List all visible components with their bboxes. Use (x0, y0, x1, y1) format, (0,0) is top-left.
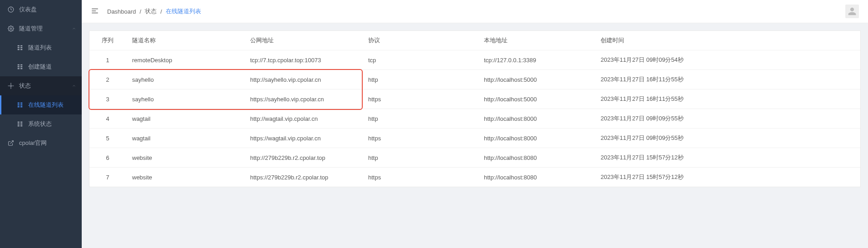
topbar: Dashboard / 状态 / 在线隧道列表 (82, 0, 868, 23)
td-time: 2023年11月27日 15时57分12秒 (594, 168, 860, 187)
svg-rect-20 (20, 106, 22, 107)
sidebar-item-label: cpolar官网 (19, 139, 74, 147)
grid-icon (16, 63, 24, 70)
svg-rect-22 (20, 122, 22, 123)
sidebar-item-online-tunnel-list[interactable]: 在线隧道列表 (0, 95, 82, 114)
breadcrumb: Dashboard / 状态 / 在线隧道列表 (107, 7, 201, 15)
td-proto: http (362, 109, 478, 129)
svg-rect-19 (18, 106, 20, 107)
td-proto: https (362, 89, 478, 109)
sidebar-item-cpolar-site[interactable]: cpolar官网 (0, 134, 82, 153)
svg-point-1 (10, 28, 12, 30)
td-url: http://sayhello.vip.cpolar.cn (244, 70, 362, 89)
td-time: 2023年11月27日 09时09分54秒 (594, 50, 860, 70)
sidebar-item-label: 状态 (19, 82, 74, 90)
td-local: http://localhost:8080 (478, 148, 594, 168)
td-time: 2023年11月27日 16时11分55秒 (594, 70, 860, 89)
td-name: sayhello (126, 89, 244, 109)
sidebar-item-tunnel-manage[interactable]: 隧道管理 (0, 19, 82, 38)
svg-rect-18 (20, 104, 22, 105)
td-url: http://wagtail.vip.cpolar.cn (244, 109, 362, 129)
td-url: https://279b229b.r2.cpolar.top (244, 168, 362, 187)
svg-rect-12 (18, 68, 20, 69)
svg-rect-5 (20, 47, 22, 48)
gear-icon (7, 25, 15, 32)
grid-icon (16, 120, 24, 128)
avatar[interactable] (845, 5, 859, 18)
table-row: 7websitehttps://279b229b.r2.cpolar.topht… (89, 168, 860, 187)
td-time: 2023年11月27日 09时09分55秒 (594, 109, 860, 129)
tunnel-table: 序列 隧道名称 公网地址 协议 本地地址 创建时间 1remoteDesktop… (89, 31, 860, 187)
td-url: tcp://7.tcp.cpolar.top:10073 (244, 50, 362, 70)
table-row: 1remoteDesktoptcp://7.tcp.cpolar.top:100… (89, 50, 860, 70)
svg-rect-24 (20, 124, 22, 124)
td-proto: https (362, 129, 478, 148)
td-time: 2023年11月27日 16时11分55秒 (594, 89, 860, 109)
td-url: http://279b229b.r2.cpolar.top (244, 148, 362, 168)
th-local: 本地地址 (478, 31, 594, 50)
svg-rect-10 (18, 66, 20, 67)
grid-icon (16, 101, 24, 109)
chevron-up-icon (72, 83, 76, 89)
td-proto: https (362, 168, 478, 187)
td-url: https://wagtail.vip.cpolar.cn (244, 129, 362, 148)
sidebar-item-label: 在线隧道列表 (28, 101, 74, 109)
table-row: 2sayhellohttp://sayhello.vip.cpolar.cnht… (89, 70, 860, 89)
sidebar-item-tunnel-list[interactable]: 隧道列表 (0, 38, 82, 57)
td-url: https://sayhello.vip.cpolar.cn (244, 89, 362, 109)
td-name: wagtail (126, 109, 244, 129)
sidebar-item-label: 系统状态 (28, 120, 74, 128)
th-time: 创建时间 (594, 31, 860, 50)
td-local: tcp://127.0.0.1:3389 (478, 50, 594, 70)
svg-rect-16 (20, 103, 22, 104)
td-proto: http (362, 148, 478, 168)
td-proto: tcp (362, 50, 478, 70)
svg-rect-2 (18, 45, 20, 46)
table-row: 6websitehttp://279b229b.r2.cpolar.tophtt… (89, 148, 860, 168)
sidebar: 仪表盘 隧道管理 隧道列表 创建隧道 (0, 0, 82, 248)
td-local: http://localhost:8000 (478, 129, 594, 148)
td-local: http://localhost:8000 (478, 109, 594, 129)
td-seq: 3 (89, 89, 126, 109)
sidebar-item-label: 隧道列表 (28, 44, 74, 52)
td-local: http://localhost:5000 (478, 70, 594, 89)
sidebar-item-label: 仪表盘 (19, 5, 74, 14)
td-local: http://localhost:8080 (478, 168, 594, 187)
table-row: 5wagtailhttps://wagtail.vip.cpolar.cnhtt… (89, 129, 860, 148)
sidebar-item-create-tunnel[interactable]: 创建隧道 (0, 57, 82, 76)
svg-rect-8 (18, 64, 20, 65)
th-name: 隧道名称 (126, 31, 244, 50)
svg-line-27 (10, 141, 13, 144)
svg-point-14 (10, 85, 12, 87)
breadcrumb-separator: / (160, 8, 162, 15)
sidebar-item-dashboard[interactable]: 仪表盘 (0, 0, 82, 19)
svg-rect-9 (20, 64, 22, 65)
sidebar-item-system-status[interactable]: 系统状态 (0, 114, 82, 134)
td-local: http://localhost:5000 (478, 89, 594, 109)
svg-rect-21 (18, 122, 20, 123)
menu-toggle-icon[interactable] (91, 7, 99, 16)
td-proto: http (362, 70, 478, 89)
breadcrumb-root[interactable]: Dashboard (107, 8, 136, 15)
td-seq: 1 (89, 50, 126, 70)
td-time: 2023年11月27日 15时57分12秒 (594, 148, 860, 168)
svg-rect-17 (18, 104, 20, 105)
svg-rect-15 (18, 103, 20, 104)
table-row: 3sayhellohttps://sayhello.vip.cpolar.cnh… (89, 89, 860, 109)
sidebar-item-label: 创建隧道 (28, 63, 74, 71)
table-header-row: 序列 隧道名称 公网地址 协议 本地地址 创建时间 (89, 31, 860, 50)
svg-rect-6 (18, 49, 20, 50)
td-seq: 4 (89, 109, 126, 129)
svg-rect-7 (20, 49, 22, 50)
gear-icon (7, 82, 15, 89)
svg-rect-26 (20, 125, 22, 126)
breadcrumb-current: 在线隧道列表 (166, 7, 201, 15)
sidebar-item-status[interactable]: 状态 (0, 76, 82, 95)
td-seq: 5 (89, 129, 126, 148)
svg-rect-25 (18, 125, 20, 126)
table-row: 4wagtailhttp://wagtail.vip.cpolar.cnhttp… (89, 109, 860, 129)
td-name: wagtail (126, 129, 244, 148)
td-seq: 6 (89, 148, 126, 168)
breadcrumb-status[interactable]: 状态 (145, 7, 157, 15)
svg-rect-4 (18, 47, 20, 48)
